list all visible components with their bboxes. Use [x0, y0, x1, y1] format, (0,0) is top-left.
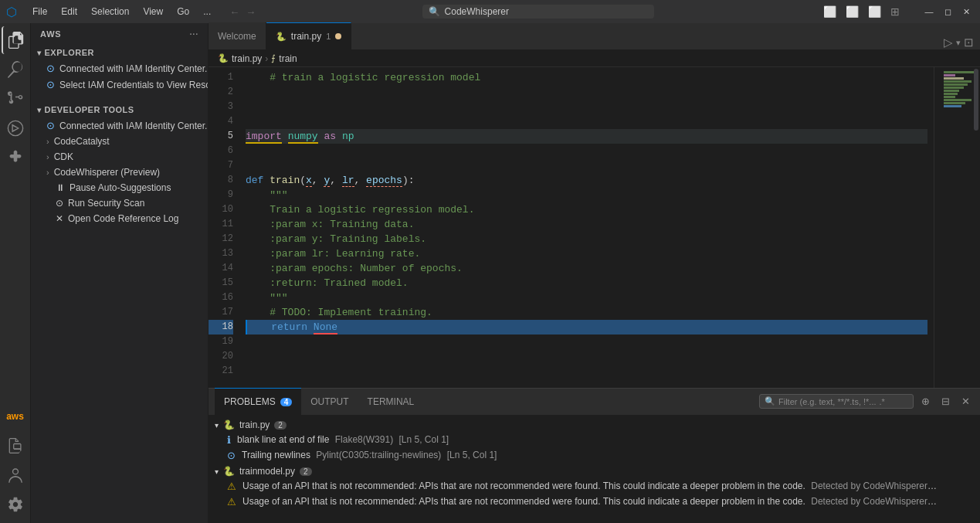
problem-text-1-1: blank line at end of file Flake8(W391) [… [237, 434, 449, 445]
nav-back[interactable]: ← [229, 6, 239, 18]
search-input[interactable] [445, 6, 648, 17]
activity-source-control[interactable] [2, 85, 29, 113]
info-icon-1: ℹ [227, 434, 231, 446]
code-line-15: :return: Trained model. [246, 276, 927, 290]
code-line-13: :param lr: Learning rate. [246, 246, 927, 261]
problem-text-2-2: Usage of an API that is not recommended:… [242, 496, 938, 507]
developer-section[interactable]: ▾ DEVELOPER TOOLS [31, 102, 208, 117]
file-chevron-2: ▾ [215, 467, 219, 476]
activity-settings[interactable] [2, 491, 29, 518]
menu-bar: File Edit Selection View Go ... [26, 5, 217, 19]
code-line-4 [246, 114, 927, 129]
close-button[interactable]: ✕ [958, 4, 974, 19]
sidebar-item-iam-connect[interactable]: ⊙ Connected with IAM Identity Center... [31, 60, 208, 76]
tab-problems[interactable]: PROBLEMS 4 [215, 388, 301, 415]
minimize-button[interactable]: — [921, 4, 937, 19]
restore-button[interactable]: ◻ [940, 4, 955, 19]
modified-indicator [335, 33, 341, 39]
menu-edit[interactable]: Edit [55, 5, 83, 19]
explorer-section[interactable]: ▾ EXPLORER [31, 45, 208, 60]
file-chevron-1: ▾ [215, 421, 219, 430]
run-dropdown[interactable]: ▾ [956, 38, 961, 48]
sidebar-item-dev-0[interactable]: ⊙ Connected with IAM Identity Center... [31, 117, 208, 134]
title-bar: ⬡ File Edit Selection View Go ... ← → 🔍 … [0, 0, 980, 23]
code-line-9: """ [246, 188, 927, 202]
breadcrumb-file-icon: 🐍 [218, 53, 229, 63]
menu-view[interactable]: View [137, 5, 169, 19]
main-layout: aws AWS ··· ▾ EXPLORER ⊙ Connected with … [0, 23, 980, 523]
tab-welcome[interactable]: Welcome [209, 22, 266, 49]
sidebar-item-codelog[interactable]: ✕ Open Code Reference Log [31, 211, 208, 226]
tab-terminal[interactable]: TERMINAL [358, 388, 424, 415]
split-editor-icon[interactable]: ⊡ [964, 36, 974, 49]
problem-item-1-2[interactable]: ⊙ Trailing newlines Pylint(C0305:trailin… [209, 448, 980, 464]
layout-btn-1[interactable]: ⬜ [820, 5, 839, 18]
layout-btn-4[interactable]: ⊞ [887, 5, 903, 18]
sidebar-item-dev-1[interactable]: › CodeCatalyst [31, 134, 208, 149]
sidebar-item-pause[interactable]: ⏸ Pause Auto-Suggestions [31, 180, 208, 195]
activity-test[interactable] [2, 432, 29, 460]
dev-item-0-label: Connected with IAM Identity Center... [59, 121, 208, 131]
activity-extensions[interactable] [2, 144, 29, 172]
info-icon-2: ⊙ [227, 450, 236, 461]
problem-item-1-1[interactable]: ℹ blank line at end of file Flake8(W391)… [209, 433, 980, 448]
tab-number: 1 [326, 32, 331, 41]
sidebar-item-codewhisperer[interactable]: › CodeWhisperer (Preview) [31, 165, 208, 180]
breadcrumb-symbol[interactable]: train [279, 53, 297, 64]
filter-regex-icon[interactable]: .* [880, 397, 885, 406]
code-line-16: """ [246, 290, 927, 305]
filter-icon: 🔍 [765, 396, 775, 406]
layout-btn-3[interactable]: ⬜ [865, 5, 884, 18]
menu-more[interactable]: ... [197, 5, 217, 19]
code-line-17: # TODO: Implement training. [246, 305, 927, 320]
code-line-7 [246, 158, 927, 173]
code-line-20 [246, 349, 927, 364]
tab-train-py[interactable]: 🐍 train.py 1 [266, 22, 351, 49]
output-tab-label: OUTPUT [310, 396, 348, 407]
problems-list: ▾ 🐍 train.py 2 ℹ blank line at end of fi… [209, 416, 980, 523]
activity-aws[interactable]: aws [2, 402, 29, 430]
tab-output[interactable]: OUTPUT [301, 388, 358, 415]
activity-bottom: aws [2, 402, 29, 523]
run-icon[interactable]: ▷ [944, 36, 953, 49]
code-editor[interactable]: 1234 5 6789 10111213 14151617 18 192021 … [209, 67, 980, 388]
file-icon-2: 🐍 [223, 466, 235, 477]
panel-tab-row: PROBLEMS 4 OUTPUT TERMINAL 🔍 Fil [215, 388, 974, 415]
menu-file[interactable]: File [26, 5, 53, 19]
breadcrumb-file[interactable]: train.py [232, 53, 262, 64]
editor-area: Welcome 🐍 train.py 1 ▷ ▾ ⊡ 🐍 train.py › … [209, 23, 980, 523]
code-line-19 [246, 335, 927, 349]
activity-run[interactable] [2, 114, 29, 142]
filter-text: Filter (e.g. text, **/*.ts, !*... [778, 397, 877, 406]
menu-go[interactable]: Go [171, 5, 195, 19]
explorer-chevron: ▾ [37, 49, 42, 57]
nav-forward[interactable]: → [246, 6, 256, 18]
dev-arrow-1: › [46, 137, 49, 146]
problem-item-2-2[interactable]: ⚠ Usage of an API that is not recommende… [209, 494, 980, 510]
sidebar-item-scan[interactable]: ⊙ Run Security Scan [31, 195, 208, 211]
file-name-1: train.py [239, 419, 270, 430]
codelog-label: Open Code Reference Log [68, 213, 178, 224]
problem-file-train-py[interactable]: ▾ 🐍 train.py 2 [209, 417, 980, 433]
copy-panel-btn[interactable]: ⊕ [917, 393, 934, 410]
collapse-panel-btn[interactable]: ⊟ [937, 393, 954, 410]
dev-item-1-label: CodeCatalyst [54, 136, 110, 147]
problem-item-2-1[interactable]: ⚠ Usage of an API that is not recommende… [209, 479, 980, 494]
search-wrapper: 🔍 [422, 5, 654, 19]
activity-account[interactable] [2, 461, 29, 489]
search-bar: 🔍 [262, 5, 814, 19]
search-icon: 🔍 [429, 6, 440, 17]
dev-label: DEVELOPER TOOLS [45, 105, 134, 114]
sidebar-item-iam-select[interactable]: ⊙ Select IAM Credentials to View Reso... [31, 76, 208, 93]
menu-selection[interactable]: Selection [85, 5, 135, 19]
problem-file-trainmodel-py[interactable]: ▾ 🐍 trainmodel.py 2 [209, 464, 980, 479]
sidebar-more-icon[interactable]: ··· [189, 29, 198, 39]
close-panel-btn[interactable]: ✕ [957, 393, 974, 410]
problems-tab-label: PROBLEMS [224, 396, 276, 407]
sidebar-item-dev-2[interactable]: › CDK [31, 149, 208, 165]
activity-search[interactable] [2, 56, 29, 83]
code-content[interactable]: # train a logistic regression model impo… [239, 67, 934, 388]
welcome-tab-label: Welcome [218, 31, 256, 42]
layout-btn-2[interactable]: ⬜ [843, 5, 862, 18]
activity-explorer[interactable] [2, 26, 29, 54]
